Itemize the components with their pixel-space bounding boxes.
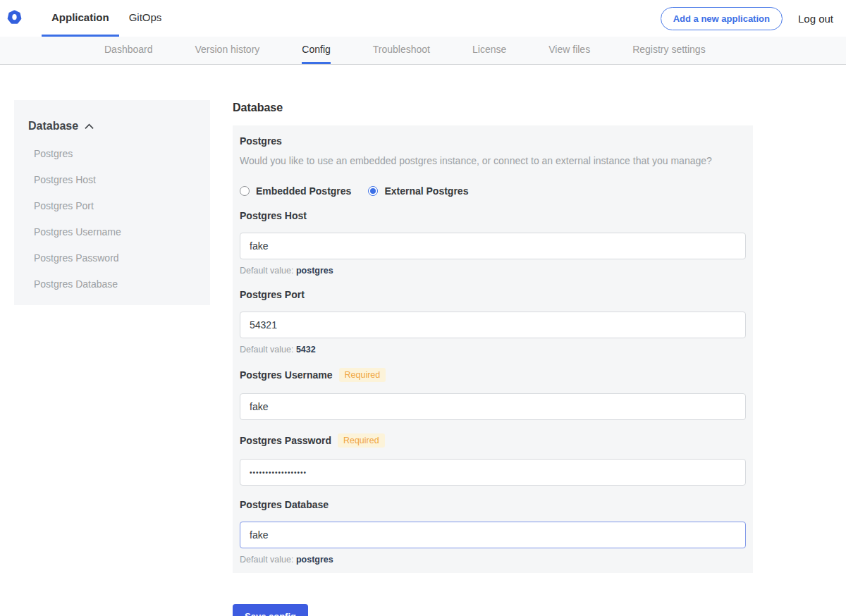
subnav-item-config[interactable]: Config bbox=[302, 37, 330, 64]
postgres-database-input[interactable] bbox=[240, 522, 746, 548]
field-label-postgres-host: Postgres Host bbox=[240, 210, 746, 221]
group-label-postgres: Postgres bbox=[240, 135, 746, 147]
field-postgres-port: Postgres Port Default value: 5432 bbox=[240, 289, 746, 355]
subnav-item-dashboard[interactable]: Dashboard bbox=[104, 37, 153, 64]
postgres-username-input[interactable] bbox=[240, 393, 746, 420]
group-help-text: Would you like to use an embedded postgr… bbox=[240, 155, 746, 166]
default-label: Default value: bbox=[240, 555, 293, 565]
subnav-item-registry-settings[interactable]: Registry settings bbox=[632, 37, 705, 64]
sidebar-item-postgres[interactable]: Postgres bbox=[34, 148, 196, 159]
field-label-text: Postgres Database bbox=[240, 499, 329, 510]
subnav-item-license[interactable]: License bbox=[472, 37, 506, 64]
field-postgres-username: Postgres Username Required bbox=[240, 368, 746, 420]
chevron-up-icon bbox=[85, 120, 94, 133]
app-subnav: Dashboard Version history Config Trouble… bbox=[0, 37, 846, 65]
sidebar-group-database[interactable]: Database bbox=[28, 120, 196, 133]
radio-embedded-label: Embedded Postgres bbox=[256, 185, 351, 197]
default-hint-postgres-host: Default value: postgres bbox=[240, 266, 746, 276]
radio-unselected-icon[interactable] bbox=[240, 186, 250, 196]
default-value: postgres bbox=[296, 555, 333, 565]
postgres-port-input[interactable] bbox=[240, 312, 746, 338]
config-sidebar: Database Postgres Postgres Host Postgres… bbox=[14, 100, 210, 305]
add-application-button[interactable]: Add a new application bbox=[661, 7, 783, 30]
sidebar-item-postgres-username[interactable]: Postgres Username bbox=[34, 226, 196, 238]
page-title: Database bbox=[233, 101, 753, 114]
radio-external-postgres[interactable]: External Postgres bbox=[368, 185, 468, 197]
field-label-text: Postgres Password bbox=[240, 435, 331, 446]
default-label: Default value: bbox=[240, 266, 293, 276]
app-logo[interactable] bbox=[0, 0, 29, 37]
top-tabs: Application GitOps bbox=[42, 0, 171, 37]
postgres-host-input[interactable] bbox=[240, 233, 746, 259]
top-navbar-right: Add a new application Log out bbox=[661, 0, 846, 37]
required-badge: Required bbox=[339, 368, 386, 382]
logout-button[interactable]: Log out bbox=[798, 13, 833, 25]
field-label-text: Postgres Port bbox=[240, 289, 305, 300]
field-label-postgres-username: Postgres Username Required bbox=[240, 368, 746, 382]
field-postgres-password: Postgres Password Required bbox=[240, 433, 746, 486]
field-postgres-host: Postgres Host Default value: postgres bbox=[240, 210, 746, 276]
default-hint-postgres-database: Default value: postgres bbox=[240, 555, 746, 565]
save-config-button[interactable]: Save config bbox=[233, 604, 308, 616]
field-postgres-database: Postgres Database Default value: postgre… bbox=[240, 499, 746, 565]
sidebar-item-postgres-port[interactable]: Postgres Port bbox=[34, 200, 196, 211]
field-label-postgres-password: Postgres Password Required bbox=[240, 433, 746, 448]
sidebar-group-label: Database bbox=[28, 120, 78, 133]
radio-embedded-postgres[interactable]: Embedded Postgres bbox=[240, 185, 351, 197]
tab-gitops-label: GitOps bbox=[129, 11, 162, 23]
default-value: postgres bbox=[296, 266, 333, 276]
subnav-item-version-history[interactable]: Version history bbox=[195, 37, 260, 64]
subnav-item-troubleshoot[interactable]: Troubleshoot bbox=[373, 37, 430, 64]
field-label-postgres-port: Postgres Port bbox=[240, 289, 746, 300]
tab-application[interactable]: Application bbox=[42, 0, 119, 37]
required-badge: Required bbox=[338, 433, 385, 448]
sidebar-item-postgres-host[interactable]: Postgres Host bbox=[34, 174, 196, 185]
tab-gitops[interactable]: GitOps bbox=[119, 0, 172, 37]
sidebar-item-postgres-password[interactable]: Postgres Password bbox=[34, 252, 196, 264]
tab-application-label: Application bbox=[51, 11, 109, 23]
config-page: Database Postgres Postgres Host Postgres… bbox=[0, 65, 846, 616]
database-config-panel: Postgres Would you like to use an embedd… bbox=[233, 125, 753, 573]
config-main: Database Postgres Would you like to use … bbox=[233, 100, 753, 616]
field-label-text: Postgres Username bbox=[240, 369, 333, 381]
field-label-text: Postgres Host bbox=[240, 210, 307, 221]
default-hint-postgres-port: Default value: 5432 bbox=[240, 345, 746, 355]
postgres-mode-radio-group: Embedded Postgres External Postgres bbox=[240, 185, 746, 197]
radio-selected-icon[interactable] bbox=[368, 186, 378, 196]
default-value: 5432 bbox=[296, 345, 316, 355]
sidebar-item-postgres-database[interactable]: Postgres Database bbox=[34, 278, 196, 290]
top-navbar: Application GitOps Add a new application… bbox=[0, 0, 846, 37]
subnav-item-view-files[interactable]: View files bbox=[548, 37, 590, 64]
postgres-password-input[interactable] bbox=[240, 459, 746, 486]
radio-external-label: External Postgres bbox=[384, 185, 468, 197]
kots-logo-icon bbox=[7, 10, 22, 27]
default-label: Default value: bbox=[240, 345, 293, 355]
field-label-postgres-database: Postgres Database bbox=[240, 499, 746, 510]
